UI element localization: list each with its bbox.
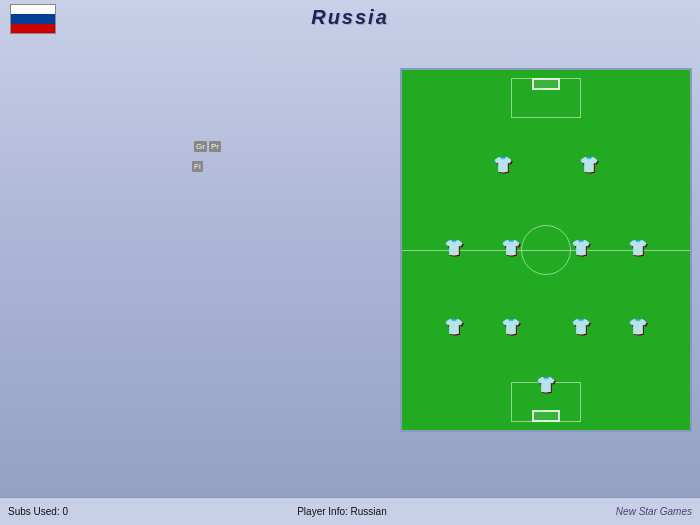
player-shirt-icon: 👕 <box>444 240 464 256</box>
player-info-text: Player Info: Russian <box>297 506 387 517</box>
player-shirt-icon: 👕 <box>501 319 521 335</box>
copyright: New Star Games <box>616 506 692 517</box>
subs-used: Subs Used: 0 <box>8 506 68 517</box>
player-shirt-icon: 👕 <box>571 240 591 256</box>
player-token-mid3: 👕 <box>573 240 589 260</box>
player-token-mid2: 👕 <box>503 240 519 260</box>
player-token-fwd1: 👕 <box>495 157 511 177</box>
player-shirt-icon: 👕 <box>628 240 648 256</box>
player-shirt-icon: 👕 <box>579 157 599 173</box>
player-shirt-icon: 👕 <box>571 319 591 335</box>
bottom-bar: Subs Used: 0 Player Info: Russian New St… <box>0 497 700 525</box>
player-shirt-icon: 👕 <box>536 377 556 393</box>
player-token-def1: 👕 <box>446 319 462 339</box>
player-token-def2: 👕 <box>503 319 519 339</box>
russia-flag <box>10 4 56 34</box>
player-shirt-icon: 👕 <box>493 157 513 173</box>
page-title: Russia <box>311 6 389 29</box>
player-shirt-icon: 👕 <box>628 319 648 335</box>
pitch-center-circle <box>521 225 571 275</box>
player-token-mid4: 👕 <box>630 240 646 260</box>
player-token-mid1: 👕 <box>446 240 462 260</box>
pitch-goal-top <box>532 78 560 90</box>
player-token-gk: 👕 <box>538 377 554 397</box>
pitch-goal-bottom <box>532 410 560 422</box>
header: Russia <box>0 0 700 35</box>
player-token-def4: 👕 <box>630 319 646 339</box>
player-shirt-icon: 👕 <box>444 319 464 335</box>
formation-panel: 4-4-2 👕 👕 <box>400 37 692 477</box>
player-token-fwd2: 👕 <box>581 157 597 177</box>
player-shirt-icon: 👕 <box>501 240 521 256</box>
football-pitch: 👕 👕 👕 👕 👕 👕 <box>400 68 692 432</box>
player-token-def3: 👕 <box>573 319 589 339</box>
